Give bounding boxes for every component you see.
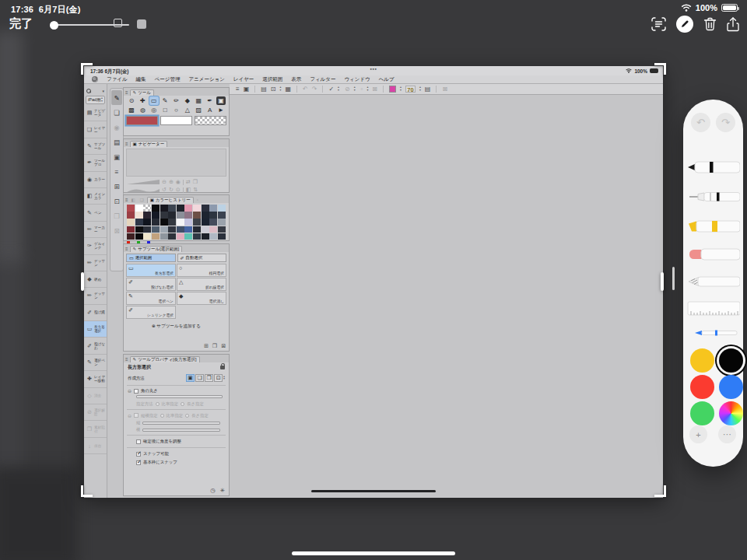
brush[interactable]: ✒ <box>205 96 215 105</box>
crop-handle-bottom-left[interactable] <box>81 485 93 497</box>
decoration[interactable]: ▣ <box>216 96 226 105</box>
history-swatch[interactable] <box>218 219 226 226</box>
zoom-out-icon[interactable]: ⊖ <box>162 179 167 185</box>
search-icon[interactable] <box>86 89 91 93</box>
dock-item[interactable]: ◆ 硬め <box>84 271 107 288</box>
history-swatch[interactable] <box>135 233 143 240</box>
dock-item[interactable]: ✎ 選択ペン <box>84 355 107 371</box>
preset-selector[interactable]: iPad用▴▾ <box>86 96 105 104</box>
history-swatch[interactable] <box>177 219 184 226</box>
stroke-style-button[interactable] <box>114 19 122 27</box>
trash-icon[interactable] <box>703 17 717 31</box>
history-swatch[interactable] <box>143 226 151 233</box>
rect[interactable]: □ <box>160 106 170 114</box>
zoom-slider[interactable] <box>127 180 160 185</box>
ratio-radio[interactable] <box>156 402 160 406</box>
history-swatch[interactable] <box>160 226 168 233</box>
dock-item[interactable]: ✐ 投げ縄 <box>84 305 107 321</box>
subtool-item[interactable]: ✐ シュリンク選択 <box>126 306 176 319</box>
dock-item[interactable]: ▭ 長方形選択 <box>84 321 107 338</box>
dock-item[interactable]: ✐ 投げなわ <box>84 338 107 354</box>
subtool-item[interactable]: ○ 楕円選択 <box>177 264 226 277</box>
corner-slider[interactable] <box>136 395 223 398</box>
dock-item[interactable]: ▤ ナビゲータ <box>84 105 107 121</box>
dock-item[interactable]: ✑ ゲルインク <box>84 238 107 254</box>
history-swatch[interactable] <box>193 212 201 219</box>
history-swatch[interactable] <box>143 212 151 219</box>
select[interactable]: ▭ <box>149 96 159 105</box>
pattern[interactable]: ▨ <box>194 106 203 114</box>
crop-handle-top-left[interactable] <box>81 63 93 75</box>
history-swatch[interactable] <box>152 226 160 233</box>
history-swatch[interactable] <box>209 205 217 212</box>
rotate-cw-icon[interactable]: ↻ <box>169 187 174 193</box>
done-button[interactable]: 完了 <box>9 16 33 31</box>
history-swatch[interactable] <box>135 226 143 233</box>
history-swatch[interactable] <box>168 219 176 226</box>
history-swatch[interactable] <box>184 233 192 240</box>
palette-icon[interactable]: ▤ <box>425 86 431 93</box>
list[interactable]: ≡ <box>111 164 122 179</box>
history-swatch[interactable] <box>202 219 209 226</box>
history-swatch[interactable] <box>168 205 176 212</box>
history-swatch[interactable] <box>202 205 209 212</box>
pen[interactable]: ✎ <box>160 96 170 105</box>
aspect-length-radio[interactable] <box>185 414 189 418</box>
crop-handle-bottom-right[interactable] <box>654 485 666 497</box>
brush-size-value[interactable]: 70 <box>405 86 416 93</box>
crop[interactable]: ⊠ <box>111 223 122 238</box>
zoom-reset-icon[interactable]: ◉ <box>176 179 181 185</box>
history-swatch[interactable] <box>152 233 160 240</box>
menu-item[interactable]: レイヤー <box>233 76 254 83</box>
history-swatch[interactable] <box>143 205 151 212</box>
aspect-checkbox[interactable]: ✓ <box>134 413 139 418</box>
size-slider-track[interactable] <box>54 24 129 26</box>
ellipse[interactable]: ○ <box>172 106 181 114</box>
dock-item[interactable]: ❐ 素材貼付 <box>84 421 107 437</box>
panel-menu-icon[interactable]: ≡ <box>125 89 128 96</box>
history-swatch[interactable] <box>127 226 135 233</box>
red[interactable] <box>690 375 714 399</box>
history-swatch[interactable] <box>127 219 135 226</box>
green[interactable] <box>690 401 714 425</box>
menu-item[interactable]: 編集 <box>136 76 146 83</box>
import-icon[interactable]: ▦ <box>285 86 291 93</box>
history-swatch[interactable] <box>177 205 184 212</box>
dock-item[interactable]: ↓ 保存 <box>84 438 107 454</box>
history-swatch[interactable] <box>160 233 168 240</box>
redo-icon[interactable]: ↷ <box>312 86 317 93</box>
crayon-tool[interactable] <box>686 325 740 341</box>
markup-toggle-button[interactable] <box>676 16 693 33</box>
open-icon[interactable]: ▤ <box>261 86 267 93</box>
dock-item[interactable]: ⊘ 選択解除 <box>84 404 107 421</box>
pen-tool[interactable] <box>686 157 740 177</box>
highlighter-tool[interactable] <box>686 216 740 236</box>
crop-handle-right[interactable] <box>661 272 664 291</box>
live-text-icon[interactable] <box>651 17 666 31</box>
crop-handle-left[interactable] <box>81 272 84 291</box>
panel-menu-icon[interactable]: ≡ <box>125 246 128 252</box>
text[interactable]: A <box>205 106 215 114</box>
multicolor[interactable] <box>719 401 743 425</box>
home-indicator[interactable] <box>292 551 455 555</box>
angle-reset-icon[interactable]: ⇅ <box>193 187 198 193</box>
dock-item[interactable]: ✒ ツールプロ <box>84 155 107 171</box>
canvas-icon[interactable]: ▣ <box>244 86 250 93</box>
history-swatch[interactable] <box>152 212 160 219</box>
history-swatch[interactable] <box>193 219 201 226</box>
close-window-icon[interactable]: ⊠ <box>442 86 447 93</box>
tab-tool[interactable]: ✎ツール <box>130 89 154 96</box>
flip-icon[interactable]: ⇄ <box>186 179 191 185</box>
dock-item[interactable]: ✎ ペン <box>84 205 107 221</box>
collapse-icon[interactable]: ▾ <box>102 89 104 93</box>
crop-handle-top-right[interactable] <box>654 63 666 75</box>
color-swatch[interactable] <box>195 116 226 125</box>
history-swatch[interactable] <box>193 233 201 240</box>
history-swatch[interactable] <box>135 205 143 212</box>
redo-button[interactable]: ↷ <box>716 113 735 132</box>
circle[interactable]: ◉ <box>111 120 122 135</box>
history-swatch[interactable] <box>193 205 201 212</box>
subtool-item[interactable]: ◆ 選択消し <box>177 292 226 305</box>
dock-item[interactable]: ✏ マーカー <box>84 222 107 238</box>
history-swatch[interactable] <box>143 219 151 226</box>
